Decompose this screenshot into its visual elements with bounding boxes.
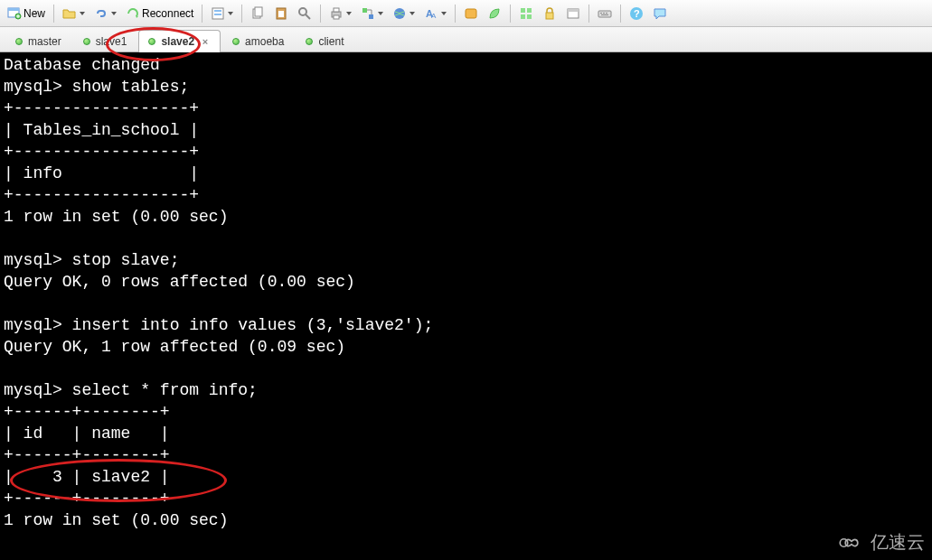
new-button-label: New bbox=[24, 7, 45, 20]
print-button[interactable] bbox=[325, 3, 355, 24]
open-button[interactable] bbox=[59, 3, 89, 24]
watermark: 亿速云 bbox=[836, 530, 925, 555]
grid-button[interactable] bbox=[515, 3, 537, 24]
font-button[interactable]: AA bbox=[420, 3, 450, 24]
globe-button[interactable] bbox=[389, 3, 419, 24]
leaf-icon bbox=[487, 6, 502, 21]
script-button[interactable] bbox=[460, 3, 482, 24]
svg-rect-28 bbox=[603, 13, 605, 14]
svg-rect-5 bbox=[214, 14, 221, 15]
terminal-line: Query OK, 0 rows affected (0.00 sec) bbox=[4, 273, 355, 291]
window-button[interactable] bbox=[562, 3, 584, 24]
terminal-line: 1 row in set (0.00 sec) bbox=[4, 511, 228, 529]
new-button[interactable]: New bbox=[4, 3, 49, 24]
toolbar-separator bbox=[241, 5, 242, 23]
paste-icon bbox=[274, 6, 288, 21]
keyboard-button[interactable] bbox=[594, 3, 616, 24]
tab-label: amoeba bbox=[245, 35, 284, 48]
status-dot-icon bbox=[83, 38, 90, 45]
terminal-output[interactable]: Database changed mysql> show tables; +--… bbox=[0, 52, 932, 560]
folder-open-icon bbox=[62, 6, 77, 21]
reconnect-button[interactable]: Reconnect bbox=[122, 3, 197, 24]
transfer-icon bbox=[361, 6, 375, 21]
printer-icon bbox=[329, 6, 344, 21]
search-button[interactable] bbox=[294, 3, 315, 24]
svg-point-33 bbox=[840, 538, 848, 546]
chevron-down-icon bbox=[111, 12, 117, 15]
tab-bar: master slave1 slave2 × amoeba client bbox=[0, 27, 932, 52]
tab-client[interactable]: client bbox=[296, 30, 353, 51]
toolbar-separator bbox=[455, 5, 456, 23]
new-window-icon bbox=[7, 6, 22, 21]
tab-label: slave2 bbox=[161, 35, 194, 48]
svg-rect-22 bbox=[527, 14, 532, 19]
tab-master[interactable]: master bbox=[5, 30, 71, 51]
terminal-line: 1 row in set (0.00 sec) bbox=[4, 208, 228, 226]
status-dot-icon bbox=[148, 38, 155, 45]
chain-link-icon bbox=[94, 6, 108, 21]
toolbar-separator bbox=[620, 5, 621, 23]
transfer-button[interactable] bbox=[357, 3, 387, 24]
terminal-line: | info | bbox=[4, 164, 199, 182]
speech-bubble-icon bbox=[653, 6, 667, 21]
svg-rect-9 bbox=[278, 11, 284, 17]
script-icon bbox=[464, 6, 478, 21]
tab-slave2[interactable]: slave2 × bbox=[138, 30, 221, 52]
svg-rect-29 bbox=[606, 13, 607, 14]
chevron-down-icon bbox=[80, 12, 85, 15]
status-dot-icon bbox=[306, 38, 313, 45]
search-icon bbox=[297, 6, 312, 21]
terminal-line: mysql> stop slave; bbox=[4, 251, 179, 269]
font-icon: AA bbox=[424, 6, 438, 21]
properties-icon bbox=[211, 6, 225, 21]
svg-text:?: ? bbox=[634, 8, 640, 19]
svg-rect-14 bbox=[362, 8, 367, 13]
keyboard-icon bbox=[598, 6, 612, 21]
svg-rect-15 bbox=[369, 14, 373, 19]
tab-amoeba[interactable]: amoeba bbox=[222, 30, 294, 51]
svg-rect-21 bbox=[521, 14, 525, 19]
terminal-line: +------------------+ bbox=[4, 99, 199, 117]
leaf-button[interactable] bbox=[484, 3, 505, 24]
svg-rect-19 bbox=[521, 8, 525, 13]
tab-label: slave1 bbox=[96, 35, 127, 48]
lock-icon bbox=[542, 6, 557, 21]
status-dot-icon bbox=[232, 38, 240, 45]
terminal-line: +------------------+ bbox=[4, 186, 199, 204]
terminal-line: +------+--------+ bbox=[4, 446, 170, 464]
toolbar-separator bbox=[320, 5, 321, 23]
close-icon[interactable]: × bbox=[200, 36, 211, 47]
reconnect-icon bbox=[126, 6, 140, 21]
toolbar: New Reconnect bbox=[0, 0, 932, 27]
svg-rect-20 bbox=[527, 8, 532, 13]
status-dot-icon bbox=[15, 38, 23, 45]
infinity-cloud-icon bbox=[836, 533, 867, 553]
chevron-down-icon bbox=[441, 12, 447, 15]
svg-rect-1 bbox=[8, 8, 19, 11]
copy-button[interactable] bbox=[247, 3, 268, 24]
tab-slave1[interactable]: slave1 bbox=[73, 30, 137, 51]
terminal-line: | 3 | slave2 | bbox=[4, 468, 170, 486]
terminal-line: +------------------+ bbox=[4, 143, 199, 161]
paste-button[interactable] bbox=[270, 3, 292, 24]
tab-label: master bbox=[28, 35, 61, 48]
svg-rect-26 bbox=[598, 11, 611, 17]
toolbar-separator bbox=[588, 5, 589, 23]
link-button[interactable] bbox=[90, 3, 120, 24]
chevron-down-icon bbox=[410, 12, 415, 15]
svg-rect-30 bbox=[601, 14, 608, 15]
reconnect-button-label: Reconnect bbox=[142, 7, 193, 20]
terminal-line: | id | name | bbox=[4, 425, 170, 443]
lock-button[interactable] bbox=[539, 3, 560, 24]
properties-button[interactable] bbox=[207, 3, 237, 24]
chat-button[interactable] bbox=[649, 3, 671, 24]
terminal-line: mysql> show tables; bbox=[4, 78, 189, 96]
help-button[interactable]: ? bbox=[626, 3, 647, 24]
tab-label: client bbox=[318, 35, 344, 48]
grid-icon bbox=[519, 6, 533, 21]
chevron-down-icon bbox=[228, 12, 233, 15]
terminal-line: | Tables_in_school | bbox=[4, 121, 199, 139]
help-icon: ? bbox=[629, 6, 644, 21]
terminal-line: Query OK, 1 row affected (0.09 sec) bbox=[4, 338, 345, 356]
svg-text:A: A bbox=[431, 12, 437, 20]
